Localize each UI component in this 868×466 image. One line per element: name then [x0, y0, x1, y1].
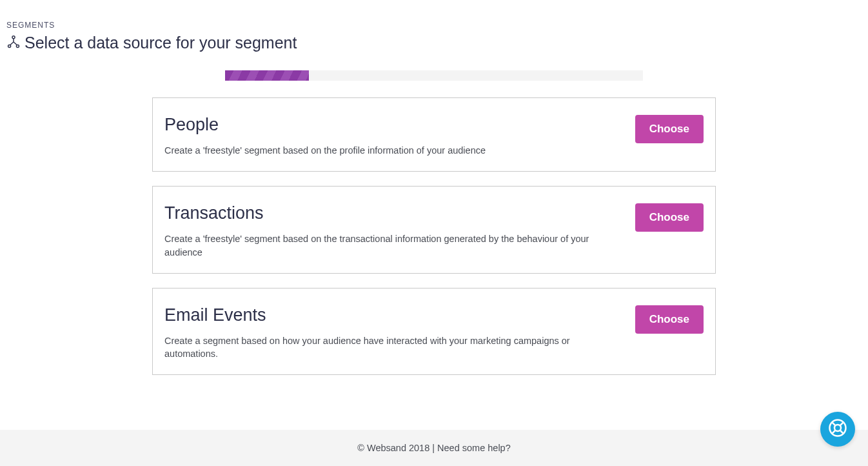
- card-title: People: [164, 115, 622, 135]
- source-cards: People Create a 'freestyle' segment base…: [152, 97, 716, 375]
- svg-line-6: [840, 422, 843, 425]
- card-text: People Create a 'freestyle' segment base…: [164, 115, 622, 157]
- footer: © Websand 2018 | Need some help?: [0, 430, 868, 466]
- footer-copyright: © Websand 2018: [357, 443, 429, 453]
- card-text: Transactions Create a 'freestyle' segmen…: [164, 203, 622, 259]
- choose-people-button[interactable]: Choose: [635, 115, 704, 143]
- title-row: Select a data source for your segment: [6, 34, 862, 52]
- progress-fill: [225, 70, 309, 81]
- footer-separator: |: [429, 443, 437, 453]
- card-transactions: Transactions Create a 'freestyle' segmen…: [152, 186, 716, 274]
- choose-transactions-button[interactable]: Choose: [635, 203, 704, 232]
- svg-line-5: [832, 422, 835, 425]
- svg-line-7: [832, 431, 835, 434]
- progress-bar: [225, 70, 643, 81]
- card-text: Email Events Create a segment based on h…: [164, 305, 622, 361]
- svg-line-8: [840, 431, 843, 434]
- card-description: Create a 'freestyle' segment based on th…: [164, 144, 622, 157]
- breadcrumb: SEGMENTS: [6, 21, 862, 30]
- lifebuoy-icon: [828, 418, 847, 440]
- card-description: Create a 'freestyle' segment based on th…: [164, 232, 622, 259]
- page-title: Select a data source for your segment: [25, 34, 297, 52]
- card-email-events: Email Events Create a segment based on h…: [152, 288, 716, 376]
- footer-help-link[interactable]: Need some help?: [437, 443, 511, 453]
- choose-email-events-button[interactable]: Choose: [635, 305, 704, 334]
- card-description: Create a segment based on how your audie…: [164, 334, 622, 361]
- page-header: SEGMENTS Select a data source for your s…: [0, 0, 868, 52]
- card-title: Email Events: [164, 305, 622, 325]
- card-title: Transactions: [164, 203, 622, 223]
- segment-icon: [6, 35, 21, 52]
- help-fab-button[interactable]: [820, 412, 855, 447]
- svg-point-0: [12, 35, 15, 38]
- card-people: People Create a 'freestyle' segment base…: [152, 97, 716, 172]
